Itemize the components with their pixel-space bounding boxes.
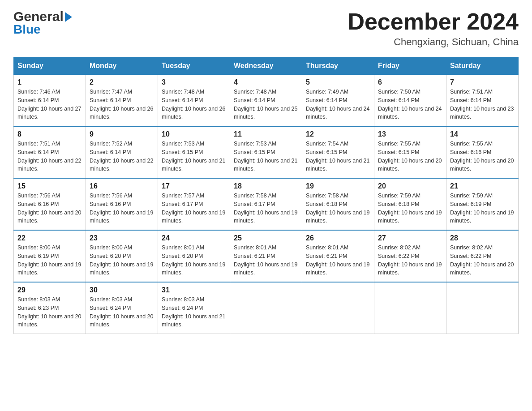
- day-number: 31: [162, 286, 226, 294]
- day-info: Sunrise: 7:58 AMSunset: 6:18 PMDaylight:…: [306, 193, 369, 224]
- day-cell: 2Sunrise: 7:47 AMSunset: 6:14 PMDaylight…: [86, 75, 158, 127]
- day-number: 10: [162, 130, 226, 138]
- day-number: 18: [234, 182, 298, 190]
- day-number: 4: [234, 78, 298, 86]
- week-row-1: 1Sunrise: 7:46 AMSunset: 6:14 PMDaylight…: [14, 75, 519, 127]
- day-info: Sunrise: 7:55 AMSunset: 6:15 PMDaylight:…: [378, 141, 442, 172]
- col-header-thursday: Thursday: [302, 57, 374, 75]
- day-info: Sunrise: 8:00 AMSunset: 6:20 PMDaylight:…: [90, 244, 153, 276]
- day-cell: 22Sunrise: 8:00 AMSunset: 6:19 PMDayligh…: [14, 230, 86, 282]
- day-info: Sunrise: 7:48 AMSunset: 6:14 PMDaylight:…: [162, 89, 225, 120]
- logo-general: General: [13, 9, 64, 24]
- col-header-friday: Friday: [374, 57, 446, 75]
- day-cell: 1Sunrise: 7:46 AMSunset: 6:14 PMDaylight…: [14, 75, 86, 127]
- day-info: Sunrise: 8:01 AMSunset: 6:21 PMDaylight:…: [234, 244, 297, 276]
- day-number: 27: [378, 234, 442, 242]
- day-number: 12: [306, 130, 370, 138]
- day-info: Sunrise: 7:58 AMSunset: 6:17 PMDaylight:…: [234, 193, 297, 224]
- day-number: 24: [162, 234, 226, 242]
- day-info: Sunrise: 7:51 AMSunset: 6:14 PMDaylight:…: [450, 89, 514, 120]
- day-info: Sunrise: 8:03 AMSunset: 6:24 PMDaylight:…: [162, 296, 225, 328]
- location-title: Chengxiang, Sichuan, China: [348, 36, 519, 48]
- day-info: Sunrise: 7:47 AMSunset: 6:14 PMDaylight:…: [90, 89, 153, 120]
- day-number: 1: [17, 78, 82, 86]
- week-row-5: 29Sunrise: 8:03 AMSunset: 6:23 PMDayligh…: [14, 282, 519, 334]
- day-cell: 7Sunrise: 7:51 AMSunset: 6:14 PMDaylight…: [446, 75, 519, 127]
- day-cell: 5Sunrise: 7:49 AMSunset: 6:14 PMDaylight…: [302, 75, 374, 127]
- day-info: Sunrise: 8:01 AMSunset: 6:21 PMDaylight:…: [306, 244, 369, 276]
- day-number: 19: [306, 182, 370, 190]
- day-cell: [302, 282, 374, 334]
- day-cell: 8Sunrise: 7:51 AMSunset: 6:14 PMDaylight…: [14, 126, 86, 178]
- month-title: December 2024: [348, 9, 519, 34]
- day-cell: 23Sunrise: 8:00 AMSunset: 6:20 PMDayligh…: [86, 230, 158, 282]
- day-info: Sunrise: 7:54 AMSunset: 6:15 PMDaylight:…: [306, 141, 369, 172]
- day-cell: 18Sunrise: 7:58 AMSunset: 6:17 PMDayligh…: [230, 178, 302, 230]
- col-header-wednesday: Wednesday: [230, 57, 302, 75]
- day-cell: 27Sunrise: 8:02 AMSunset: 6:22 PMDayligh…: [374, 230, 446, 282]
- day-number: 22: [17, 234, 82, 242]
- day-info: Sunrise: 8:02 AMSunset: 6:22 PMDaylight:…: [450, 244, 514, 276]
- day-cell: 28Sunrise: 8:02 AMSunset: 6:22 PMDayligh…: [446, 230, 519, 282]
- day-cell: 3Sunrise: 7:48 AMSunset: 6:14 PMDaylight…: [158, 75, 230, 127]
- day-cell: 14Sunrise: 7:55 AMSunset: 6:16 PMDayligh…: [446, 126, 519, 178]
- day-info: Sunrise: 7:59 AMSunset: 6:18 PMDaylight:…: [378, 193, 442, 224]
- day-number: 26: [306, 234, 370, 242]
- day-number: 23: [90, 234, 154, 242]
- day-info: Sunrise: 7:48 AMSunset: 6:14 PMDaylight:…: [234, 89, 297, 120]
- day-info: Sunrise: 7:51 AMSunset: 6:14 PMDaylight:…: [17, 141, 81, 172]
- day-cell: [374, 282, 446, 334]
- day-cell: 10Sunrise: 7:53 AMSunset: 6:15 PMDayligh…: [158, 126, 230, 178]
- day-number: 21: [450, 182, 515, 190]
- day-cell: 6Sunrise: 7:50 AMSunset: 6:14 PMDaylight…: [374, 75, 446, 127]
- day-number: 29: [17, 286, 82, 294]
- day-number: 28: [450, 234, 515, 242]
- day-cell: 16Sunrise: 7:56 AMSunset: 6:16 PMDayligh…: [86, 178, 158, 230]
- day-info: Sunrise: 8:03 AMSunset: 6:24 PMDaylight:…: [90, 296, 153, 328]
- day-number: 14: [450, 130, 515, 138]
- day-info: Sunrise: 7:52 AMSunset: 6:14 PMDaylight:…: [90, 141, 153, 172]
- col-header-sunday: Sunday: [14, 57, 86, 75]
- page-header: General Blue December 2024 Chengxiang, S…: [13, 9, 519, 48]
- logo: General Blue: [13, 9, 72, 37]
- day-cell: 12Sunrise: 7:54 AMSunset: 6:15 PMDayligh…: [302, 126, 374, 178]
- day-number: 2: [90, 78, 154, 86]
- week-row-3: 15Sunrise: 7:56 AMSunset: 6:16 PMDayligh…: [14, 178, 519, 230]
- calendar-table: SundayMondayTuesdayWednesdayThursdayFrid…: [13, 57, 519, 334]
- day-number: 6: [378, 78, 442, 86]
- day-cell: 15Sunrise: 7:56 AMSunset: 6:16 PMDayligh…: [14, 178, 86, 230]
- day-cell: 24Sunrise: 8:01 AMSunset: 6:20 PMDayligh…: [158, 230, 230, 282]
- day-info: Sunrise: 8:03 AMSunset: 6:23 PMDaylight:…: [17, 296, 81, 328]
- day-number: 30: [90, 286, 154, 294]
- day-info: Sunrise: 7:57 AMSunset: 6:17 PMDaylight:…: [162, 193, 225, 224]
- day-cell: 25Sunrise: 8:01 AMSunset: 6:21 PMDayligh…: [230, 230, 302, 282]
- day-number: 15: [17, 182, 82, 190]
- logo-arrow-icon: [65, 12, 72, 22]
- day-number: 11: [234, 130, 298, 138]
- day-cell: 26Sunrise: 8:01 AMSunset: 6:21 PMDayligh…: [302, 230, 374, 282]
- col-header-monday: Monday: [86, 57, 158, 75]
- day-info: Sunrise: 8:00 AMSunset: 6:19 PMDaylight:…: [17, 244, 81, 276]
- day-cell: 29Sunrise: 8:03 AMSunset: 6:23 PMDayligh…: [14, 282, 86, 334]
- day-cell: 21Sunrise: 7:59 AMSunset: 6:19 PMDayligh…: [446, 178, 519, 230]
- day-number: 7: [450, 78, 515, 86]
- day-info: Sunrise: 7:55 AMSunset: 6:16 PMDaylight:…: [450, 141, 514, 172]
- day-cell: 9Sunrise: 7:52 AMSunset: 6:14 PMDaylight…: [86, 126, 158, 178]
- day-number: 16: [90, 182, 154, 190]
- day-cell: 30Sunrise: 8:03 AMSunset: 6:24 PMDayligh…: [86, 282, 158, 334]
- day-cell: [446, 282, 519, 334]
- day-number: 9: [90, 130, 154, 138]
- day-cell: 19Sunrise: 7:58 AMSunset: 6:18 PMDayligh…: [302, 178, 374, 230]
- day-number: 13: [378, 130, 442, 138]
- day-number: 8: [17, 130, 82, 138]
- day-cell: 17Sunrise: 7:57 AMSunset: 6:17 PMDayligh…: [158, 178, 230, 230]
- day-info: Sunrise: 7:49 AMSunset: 6:14 PMDaylight:…: [306, 89, 369, 120]
- day-info: Sunrise: 7:53 AMSunset: 6:15 PMDaylight:…: [234, 141, 297, 172]
- day-info: Sunrise: 7:59 AMSunset: 6:19 PMDaylight:…: [450, 193, 514, 224]
- day-number: 20: [378, 182, 442, 190]
- day-number: 3: [162, 78, 226, 86]
- day-cell: 31Sunrise: 8:03 AMSunset: 6:24 PMDayligh…: [158, 282, 230, 334]
- week-row-2: 8Sunrise: 7:51 AMSunset: 6:14 PMDaylight…: [14, 126, 519, 178]
- day-cell: 11Sunrise: 7:53 AMSunset: 6:15 PMDayligh…: [230, 126, 302, 178]
- day-cell: 4Sunrise: 7:48 AMSunset: 6:14 PMDaylight…: [230, 75, 302, 127]
